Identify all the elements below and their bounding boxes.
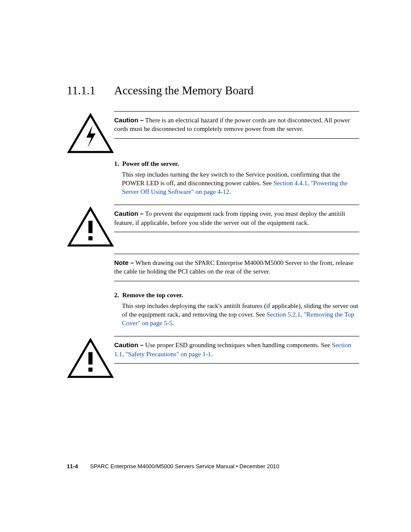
page-content: 11.1.1 Accessing the Memory Board Cautio… [0, 0, 411, 381]
note-text: When drawing out the SPARC Enterprise M4… [114, 259, 353, 275]
page-number: 11-4 [67, 463, 78, 470]
svg-rect-0 [88, 221, 93, 233]
step-2-text: This step includes deploying the rack's … [122, 302, 359, 328]
caution-callout-2: Caution – To prevent the equipment rack … [114, 205, 359, 232]
step-1-heading: 1. Power off the server. [114, 160, 359, 168]
caution-block-2: Caution – To prevent the equipment rack … [67, 205, 359, 249]
section-heading: 11.1.1 Accessing the Memory Board [67, 84, 359, 97]
caution-label: Caution – [114, 116, 143, 124]
step-1: 1. Power off the server. This step inclu… [114, 160, 359, 196]
caution-label: Caution – [114, 210, 143, 217]
footer-text: SPARC Enterprise M4000/M5000 Servers Ser… [90, 463, 279, 470]
step-2: 2. Remove the top cover. This step inclu… [114, 292, 359, 328]
caution-icon [67, 336, 114, 381]
caution-callout-1: Caution – There is an electrical hazard … [114, 111, 359, 139]
caution-block-3: Caution – Use proper ESD grounding techn… [67, 336, 359, 381]
page-footer: 11-4SPARC Enterprise M4000/M5000 Servers… [67, 463, 279, 470]
caution-text: There is an electrical hazard if the pow… [114, 117, 350, 132]
step-2-heading: 2. Remove the top cover. [114, 292, 359, 299]
caution-icon [67, 205, 114, 249]
svg-rect-1 [88, 236, 93, 241]
caution-block-1: Caution – There is an electrical hazard … [67, 111, 359, 156]
section-number: 11.1.1 [67, 84, 114, 97]
note-block: Note – When drawing out the SPARC Enterp… [114, 254, 359, 281]
note-label: Note – [114, 259, 134, 266]
caution-text: Use proper ESD grounding techniques when… [143, 342, 332, 348]
svg-rect-2 [88, 352, 93, 365]
section-title: Accessing the Memory Board [114, 84, 253, 97]
electrical-hazard-icon [67, 111, 114, 156]
step-1-text: This step includes turning the key switc… [122, 170, 359, 196]
caution-label: Caution – [114, 341, 143, 348]
note-callout: Note – When drawing out the SPARC Enterp… [114, 254, 359, 281]
caution-callout-3: Caution – Use proper ESD grounding techn… [114, 336, 359, 364]
caution-text: To prevent the equipment rack from tippi… [114, 210, 345, 226]
svg-rect-3 [88, 368, 93, 372]
